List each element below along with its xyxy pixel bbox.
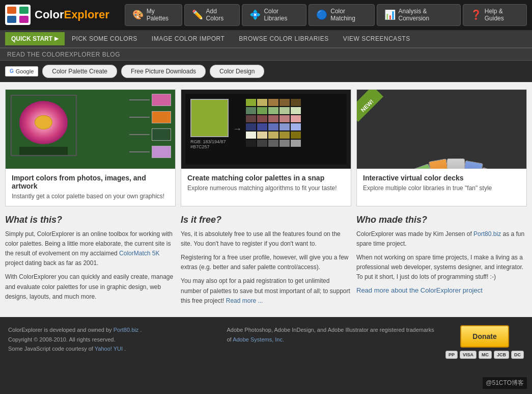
tab-color-palette-create[interactable]: Color Palette Create	[42, 65, 117, 78]
nav-analysis[interactable]: 📊 Analysis & Conversion	[377, 4, 461, 26]
svg-rect-1	[7, 7, 16, 14]
quickbar: QUICK START PICK SOME COLORS IMAGE COLOR…	[0, 30, 532, 48]
help-icon: ❓	[470, 9, 482, 20]
paypal-icon: PP	[445, 351, 458, 359]
fan-card-4	[447, 159, 465, 169]
tab-free-picture-downloads[interactable]: Free Picture Downloads	[121, 65, 206, 78]
footer-yahoo-link[interactable]: Yahoo! YUI	[95, 346, 123, 352]
swatch-grid-row6	[246, 140, 301, 147]
info-who-p1: ColorExplorer was made by Kim Jensen of …	[356, 229, 527, 249]
footer: ColorExplorer is developed and owned by …	[0, 317, 532, 367]
footer-middle: Adobe Photoshop, Adobe InDesign, and Ado…	[227, 325, 435, 344]
google-label: Google	[16, 68, 34, 74]
card2-title: Create matching color palettes in a snap	[187, 174, 345, 182]
match-icon: 🔵	[316, 9, 327, 20]
rgb-label: RGB: 183/194/87#B7C257	[190, 139, 229, 149]
arrow-icon: →	[233, 124, 242, 135]
info-col-who: Who made this? ColorExplorer was made by…	[356, 215, 527, 310]
pencil-icon: ✏️	[192, 9, 203, 20]
donate-button[interactable]: Donate	[460, 325, 509, 348]
footer-period2: .	[124, 346, 126, 352]
card2-image: RGB: 183/194/87#B7C257 →	[181, 90, 351, 169]
dc-icon: DC	[511, 351, 524, 359]
swatch-orange	[152, 111, 171, 123]
info-who-heading: Who made this?	[356, 215, 527, 225]
quickbar-browse-libraries[interactable]: BROWSE COLOR LIBRARIES	[232, 30, 335, 47]
blog-link[interactable]: READ THE COLOREXPLORER BLOG	[7, 51, 120, 58]
read-more-link[interactable]: Read more ...	[226, 297, 263, 304]
swatch-row-1	[129, 94, 171, 106]
header: ColorExplorer 🎨 My Palettes ✏️ Add Color…	[0, 0, 532, 30]
logo-text: ColorExplorer	[35, 8, 109, 21]
palette-icon: 🎨	[132, 9, 144, 20]
footer-yahoo-text: Some JavaScript code courtesy of	[8, 346, 93, 352]
card3-desc: Explore multiple color libraries in true…	[363, 184, 520, 193]
read-more-project-link[interactable]: Read more about the ColorExplorer projec…	[356, 286, 483, 294]
logo: ColorExplorer	[5, 5, 109, 25]
swatch-group	[129, 94, 171, 158]
swatch-lavender	[152, 146, 171, 158]
main: Import colors from photos, images, and a…	[0, 82, 532, 317]
mc-icon: MC	[479, 351, 492, 359]
card-matching: RGB: 183/194/87#B7C257 →	[181, 89, 351, 206]
swatch-row-3	[129, 128, 171, 141]
swatch-grid-row4	[246, 123, 301, 130]
nav-color-libraries-label: Color Libraries	[264, 8, 299, 22]
card2-left: RGB: 183/194/87#B7C257	[190, 99, 229, 149]
credit-card-icons: PP VISA MC JCB DC	[445, 351, 524, 359]
nav-my-palettes[interactable]: 🎨 My Palettes	[125, 4, 182, 26]
arrow-2	[129, 117, 150, 118]
nav-color-matching-label: Color Matching	[330, 8, 367, 22]
quickbar-pick-colors[interactable]: PICK SOME COLORS	[65, 30, 145, 47]
nav: 🎨 My Palettes ✏️ Add Colors 💠 Color Libr…	[125, 4, 527, 26]
analysis-icon: 📊	[384, 9, 396, 20]
footer-adobe-link[interactable]: Adobe Systems, Inc.	[233, 336, 284, 343]
card1-desc: Instantly get a color palette based on y…	[12, 192, 169, 201]
nav-help[interactable]: ❓ Help & Guides	[463, 4, 527, 26]
flower-center	[35, 115, 52, 129]
card3-image: NEW!	[357, 90, 526, 169]
port80-link[interactable]: Port80.biz	[473, 230, 501, 238]
footer-developed-text: ColorExplorer is developed and owned by	[8, 327, 112, 333]
swatch-grid-row2	[246, 107, 301, 114]
quickstart-badge[interactable]: QUICK START	[5, 32, 65, 45]
logo-icon	[5, 5, 31, 25]
google-search[interactable]: G Google	[5, 66, 38, 76]
nav-help-label: Help & Guides	[485, 8, 519, 22]
svg-rect-3	[19, 7, 29, 14]
card1-visual	[6, 90, 175, 169]
colormatch-link[interactable]: ColorMatch 5K	[119, 250, 159, 257]
quickbar-screencasts[interactable]: VIEW SCREENCASTS	[336, 30, 417, 47]
flower-stem	[19, 147, 68, 156]
info-free-p2: Registering for a free user profile, how…	[181, 253, 351, 272]
nav-color-matching[interactable]: 🔵 Color Matching	[309, 4, 374, 26]
swatch-pink	[152, 94, 171, 106]
info-what-p2: With ColorExplorer you can quickly and e…	[5, 272, 176, 302]
tabsrow: G Google Color Palette Create Free Pictu…	[0, 61, 532, 82]
footer-period1: .	[140, 327, 142, 333]
cards-row: Import colors from photos, images, and a…	[5, 89, 527, 206]
flower-frame	[11, 95, 77, 156]
svg-rect-2	[7, 16, 16, 23]
card3-title: Interactive virtual color decks	[363, 174, 520, 182]
card2-layout: RGB: 183/194/87#B7C257 →	[185, 94, 347, 165]
card3-body: Interactive virtual color decks Explore …	[357, 169, 526, 198]
nav-add-colors-label: Add Colors	[206, 8, 233, 22]
nav-my-palettes-label: My Palettes	[147, 8, 175, 22]
card1-image	[6, 90, 175, 169]
swatch-grid-row3	[246, 115, 301, 122]
info-what-heading: What is this?	[5, 215, 176, 225]
tab-color-design[interactable]: Color Design	[210, 65, 264, 78]
quickbar-image-import[interactable]: IMAGE COLOR IMPORT	[145, 30, 232, 47]
nav-add-colors[interactable]: ✏️ Add Colors	[184, 4, 240, 26]
nav-color-libraries[interactable]: 💠 Color Libraries	[242, 4, 306, 26]
info-free-p1: Yes, it is absolutely free to use all th…	[181, 229, 351, 249]
footer-copyright: Copyright © 2008-2010. All rights reserv…	[8, 336, 116, 343]
arrow-1	[129, 99, 150, 100]
swatch-grid-row1	[246, 99, 301, 106]
card2-desc: Explore numerous matching algorithms to …	[187, 184, 345, 193]
footer-port80-link[interactable]: Port80.biz	[114, 327, 139, 333]
card1-body: Import colors from photos, images, and a…	[6, 169, 175, 206]
nav-analysis-label: Analysis & Conversion	[399, 8, 453, 22]
swatch-row-4	[129, 146, 171, 158]
